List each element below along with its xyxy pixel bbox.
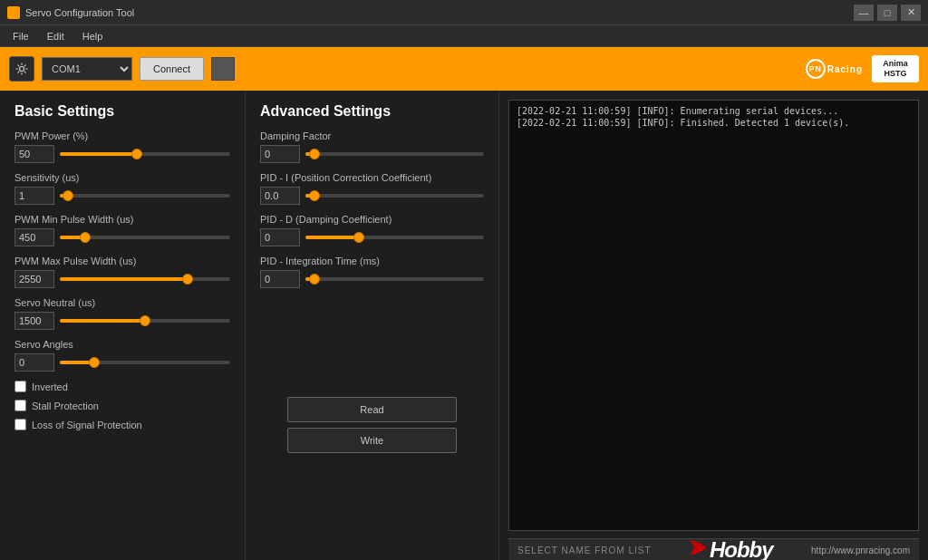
main-content: Basic Settings PWM Power (%) Sensitivity… xyxy=(0,91,928,560)
pwm-min-input[interactable] xyxy=(14,228,54,246)
menubar: File Edit Help xyxy=(0,25,928,47)
status-indicator xyxy=(211,57,235,81)
servo-angles-row: Servo Angles xyxy=(14,339,230,372)
bottom-logo-bar: SELECT NAME FROM LIST ⮞ Hobby http://www… xyxy=(508,538,919,560)
hobby-logo-text: Hobby xyxy=(710,537,773,561)
loss-of-signal-label: Loss of Signal Protection xyxy=(32,420,142,430)
pid-d-slider[interactable] xyxy=(305,236,484,239)
com-port-select[interactable]: COM1COM2COM3 xyxy=(42,57,132,81)
servo-angles-slider[interactable] xyxy=(60,361,230,364)
pwm-power-label: PWM Power (%) xyxy=(14,130,230,141)
pwm-power-input[interactable] xyxy=(14,145,54,163)
pwm-power-slider[interactable] xyxy=(60,152,230,156)
sensitivity-slider[interactable] xyxy=(60,194,230,198)
pwm-power-row: PWM Power (%) xyxy=(14,130,230,163)
loss-of-signal-row: Loss of Signal Protection xyxy=(14,419,230,430)
hobby-logo: ⮞ Hobby xyxy=(690,537,773,561)
advanced-settings-title: Advanced Settings xyxy=(260,103,484,120)
servo-neutral-input[interactable] xyxy=(14,312,54,330)
servo-angles-label: Servo Angles xyxy=(14,339,230,350)
titlebar: Servo Configuration Tool — □ ✕ xyxy=(0,0,928,25)
pwm-max-row: PWM Max Pulse Width (us) xyxy=(14,256,230,288)
app-title: Servo Configuration Tool xyxy=(25,7,134,18)
read-button[interactable]: Read xyxy=(287,397,457,422)
damping-factor-input[interactable] xyxy=(260,145,300,163)
stall-protection-row: Stall Protection xyxy=(14,400,230,411)
toolbar: COM1COM2COM3 Connect PN Racing AnimaHSTG xyxy=(0,47,928,91)
menu-help[interactable]: Help xyxy=(73,29,112,43)
website-url: http://www.pnracing.com xyxy=(811,544,910,556)
website-text: http://www.pnracing.com xyxy=(811,546,910,555)
settings-icon-button[interactable] xyxy=(9,56,34,82)
minimize-button[interactable]: — xyxy=(854,5,874,21)
pid-d-label: PID - D (Damping Coefficient) xyxy=(260,214,484,225)
menu-edit[interactable]: Edit xyxy=(38,29,73,43)
titlebar-left: Servo Configuration Tool xyxy=(7,6,134,19)
titlebar-controls: — □ ✕ xyxy=(854,5,921,21)
inverted-label: Inverted xyxy=(32,381,68,392)
toolbar-logos: PN Racing AnimaHSTG xyxy=(806,55,919,82)
basic-settings-title: Basic Settings xyxy=(14,103,230,120)
pid-i-input[interactable] xyxy=(260,187,300,205)
inverted-checkbox[interactable] xyxy=(14,381,26,392)
pid-integration-row: PID - Integration Time (ms) xyxy=(260,256,484,288)
sensitivity-row: Sensitivity (us) xyxy=(14,172,230,205)
connect-button[interactable]: Connect xyxy=(140,57,204,81)
select-name-label: SELECT NAME FROM LIST xyxy=(517,544,652,556)
pwm-min-slider[interactable] xyxy=(60,236,230,239)
anima-logo-text: AnimaHSTG xyxy=(883,59,908,79)
servo-neutral-row: Servo Neutral (us) xyxy=(14,297,230,330)
write-button[interactable]: Write xyxy=(287,428,457,453)
close-button[interactable]: ✕ xyxy=(901,5,921,21)
advanced-settings-panel: Advanced Settings Damping Factor PID - I… xyxy=(245,91,498,560)
pn-racing-logo: PN Racing xyxy=(806,59,863,79)
servo-neutral-label: Servo Neutral (us) xyxy=(14,297,230,308)
log-line-2: [2022-02-21 11:00:59] [INFO]: Finished. … xyxy=(517,118,911,128)
stall-protection-label: Stall Protection xyxy=(32,401,99,411)
loss-of-signal-checkbox[interactable] xyxy=(14,419,26,430)
basic-settings-panel: Basic Settings PWM Power (%) Sensitivity… xyxy=(0,91,245,560)
svg-point-0 xyxy=(20,67,24,72)
pn-logo-circle: PN xyxy=(806,59,826,79)
hobby-arrow-icon: ⮞ xyxy=(690,539,708,560)
log-area: [2022-02-21 11:00:59] [INFO]: Enumeratin… xyxy=(508,100,919,531)
sensitivity-input[interactable] xyxy=(14,187,54,205)
pid-i-label: PID - I (Position Correction Coefficient… xyxy=(260,172,484,183)
damping-factor-label: Damping Factor xyxy=(260,130,484,141)
pwm-max-slider[interactable] xyxy=(60,277,230,281)
maximize-button[interactable]: □ xyxy=(877,5,897,21)
pn-racing-text: Racing xyxy=(827,64,863,74)
damping-factor-slider[interactable] xyxy=(305,152,484,156)
pid-i-slider[interactable] xyxy=(305,194,484,198)
pid-d-row: PID - D (Damping Coefficient) xyxy=(260,214,484,246)
pwm-min-row: PWM Min Pulse Width (us) xyxy=(14,214,230,246)
pwm-max-label: PWM Max Pulse Width (us) xyxy=(14,256,230,266)
pid-i-row: PID - I (Position Correction Coefficient… xyxy=(260,172,484,205)
damping-factor-row: Damping Factor xyxy=(260,130,484,163)
menu-file[interactable]: File xyxy=(4,29,38,43)
anima-logo: AnimaHSTG xyxy=(872,55,919,82)
stall-protection-checkbox[interactable] xyxy=(14,400,26,411)
pwm-min-label: PWM Min Pulse Width (us) xyxy=(14,214,230,225)
pwm-max-input[interactable] xyxy=(14,270,54,288)
servo-neutral-slider[interactable] xyxy=(60,319,230,323)
app-icon xyxy=(7,6,20,19)
pid-integration-slider[interactable] xyxy=(305,277,484,281)
select-label-text: SELECT NAME FROM LIST xyxy=(517,546,652,555)
pid-integration-label: PID - Integration Time (ms) xyxy=(260,256,484,266)
pid-d-input[interactable] xyxy=(260,228,300,246)
servo-angles-input[interactable] xyxy=(14,353,54,372)
pid-integration-input[interactable] xyxy=(260,270,300,288)
right-panel: [2022-02-21 11:00:59] [INFO]: Enumeratin… xyxy=(498,91,928,560)
inverted-row: Inverted xyxy=(14,381,230,392)
log-line-1: [2022-02-21 11:00:59] [INFO]: Enumeratin… xyxy=(517,106,911,116)
sensitivity-label: Sensitivity (us) xyxy=(14,172,230,183)
